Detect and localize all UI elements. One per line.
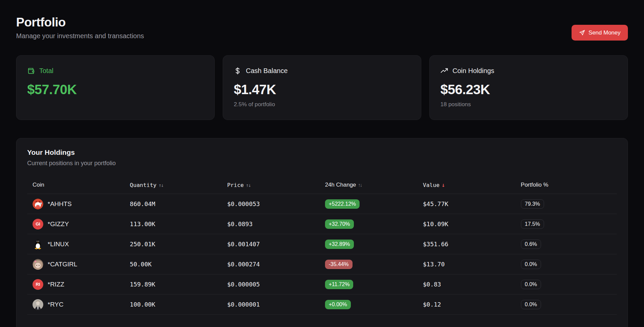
table-row[interactable]: *RYC 100.00K $0.000001 +0.00% $0.12 0.0% [27,295,617,315]
portfolio-pct-badge: 17.5% [521,219,544,229]
coin-avatar-anime-girl [33,259,43,270]
coin-holdings-label: Coin Holdings [452,67,494,75]
price-cell: $0.000005 [222,274,320,295]
price-cell: $0.0893 [222,214,320,234]
change-badge: -35.44% [325,260,353,269]
portfolio-pct-badge: 0.0% [521,260,541,269]
table-row[interactable]: *CATGIRL 50.00K $0.000274 -35.44% $13.70… [27,254,617,274]
sort-both-icon: ↑↓ [358,182,362,188]
trending-up-icon [440,67,448,75]
quantity-cell: 113.00K [124,214,222,234]
quantity-cell: 250.01K [124,234,222,254]
coin-name: *AHHTS [48,200,72,208]
cash-balance-card: Cash Balance $1.47K 2.5% of portfolio [223,55,421,120]
holdings-title: Your Holdings [27,148,617,156]
coin-name: *GIZZY [48,220,69,228]
table-header-row: Coin Quantity↑↓ Price↑↓ 24h Change↑↓ Val… [27,179,617,194]
sort-both-icon: ↑↓ [159,182,163,188]
wallet-icon [27,67,35,75]
coin-name: *CATGIRL [48,261,77,268]
column-header-portfolio-pct: Portfolio % [516,179,617,194]
coin-avatar-man-photo [33,299,43,310]
coin-avatar-initials: GI [33,219,43,230]
value-cell: $45.77K [418,194,516,214]
send-money-label: Send Money [589,29,621,36]
column-header-24h-change[interactable]: 24h Change↑↓ [320,179,418,194]
paper-plane-icon [579,29,585,36]
value-cell: $351.66 [418,234,516,254]
total-card-value: $57.70K [27,82,204,97]
portfolio-pct-badge: 0.6% [521,240,541,249]
table-row[interactable]: *LINUX 250.01K $0.001407 +32.89% $351.66… [27,234,617,254]
change-badge: +32.89% [325,240,354,249]
coin-avatar-tux-penguin [33,239,43,250]
portfolio-pct-badge: 79.3% [521,199,544,209]
change-badge: +5222.12% [325,199,360,209]
total-card: Total $57.70K [16,55,215,120]
cash-balance-value: $1.47K [234,82,410,97]
cash-balance-sub: 2.5% of portfolio [234,101,410,108]
cash-balance-label: Cash Balance [246,67,288,75]
coin-holdings-sub: 18 positions [440,101,617,108]
quantity-cell: 159.89K [124,274,222,295]
table-row[interactable]: RI *RIZZ 159.89K $0.000005 +11.72% $0.83… [27,274,617,295]
change-badge: +0.00% [325,300,351,309]
price-cell: $0.000053 [222,194,320,214]
page-subtitle: Manage your investments and transactions [16,32,628,40]
value-cell: $10.09K [418,214,516,234]
holdings-subtitle: Current positions in your portfolio [27,160,617,167]
column-header-quantity[interactable]: Quantity↑↓ [124,179,222,194]
column-header-value[interactable]: Value↓ [418,179,516,194]
holdings-table: Coin Quantity↑↓ Price↑↓ 24h Change↑↓ Val… [27,179,617,315]
summary-cards: Total $57.70K Cash Balance $1.47K 2.5% o… [16,55,628,120]
value-cell: $13.70 [418,254,516,274]
coin-holdings-card: Coin Holdings $56.23K 18 positions [429,55,628,120]
table-row[interactable]: GI *GIZZY 113.00K $0.0893 +32.70% $10.09… [27,214,617,234]
quantity-cell: 860.04M [124,194,222,214]
coin-name: *RYC [48,301,63,308]
value-cell: $0.12 [418,295,516,315]
change-badge: +32.70% [325,219,354,229]
price-cell: $0.001407 [222,234,320,254]
portfolio-pct-badge: 0.0% [521,300,541,309]
change-badge: +11.72% [325,280,353,289]
page-header: Portfolio Manage your investments and tr… [16,0,628,40]
quantity-cell: 50.00K [124,254,222,274]
column-header-price[interactable]: Price↑↓ [222,179,320,194]
quantity-cell: 100.00K [124,295,222,315]
coin-name: *RIZZ [48,281,64,288]
sort-desc-icon: ↓ [441,182,445,188]
portfolio-page: Portfolio Manage your investments and tr… [0,0,644,327]
value-cell: $0.83 [418,274,516,295]
sort-both-icon: ↑↓ [246,182,251,188]
coin-avatar-initials: RI [33,279,43,290]
price-cell: $0.000001 [222,295,320,315]
portfolio-pct-badge: 0.0% [521,280,541,289]
coin-holdings-value: $56.23K [440,82,617,97]
dollar-icon [234,67,241,75]
coin-avatar-screaming-face [33,199,43,209]
page-title: Portfolio [16,15,628,29]
holdings-panel: Your Holdings Current positions in your … [16,138,628,327]
price-cell: $0.000274 [222,254,320,274]
send-money-button[interactable]: Send Money [572,25,628,41]
total-card-label: Total [39,67,53,75]
column-header-coin: Coin [27,179,124,194]
table-row[interactable]: *AHHTS 860.04M $0.000053 +5222.12% $45.7… [27,194,617,214]
coin-name: *LINUX [48,241,69,248]
